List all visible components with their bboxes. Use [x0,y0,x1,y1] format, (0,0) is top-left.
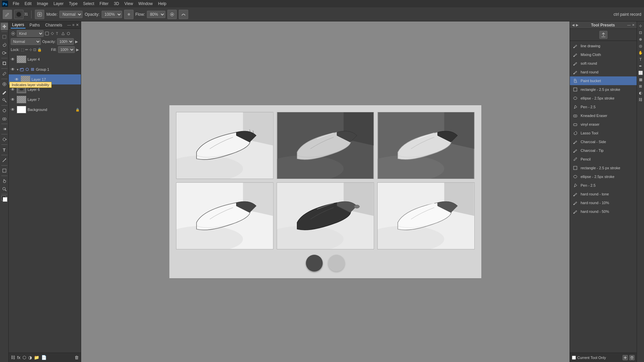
lock-artboard[interactable]: ⊡ [33,48,36,52]
preset-item[interactable]: hard round [570,68,637,76]
flow-select[interactable]: 80% [147,11,165,18]
layer-visibility-toggle[interactable]: 👁 [10,87,15,92]
shape-tool[interactable] [1,167,8,174]
layer-item[interactable]: 👁 Layer 6 [9,84,81,95]
preset-item[interactable]: Lasso Tool [570,129,637,137]
tab-channels[interactable]: Channels [44,22,64,28]
layer-visibility-toggle[interactable]: 👁 [10,67,15,72]
mini-shape-icon[interactable]: ⬜ [638,70,644,76]
menu-edit[interactable]: Edit [22,1,34,7]
preset-item[interactable]: line drawing [570,42,637,50]
preset-item[interactable]: Kneaded Eraser [570,111,637,120]
delete-layer-button[interactable]: 🗑 [74,355,79,360]
menu-window[interactable]: Window [136,1,156,7]
layer-visibility-toggle[interactable]: 👁 [14,77,19,82]
brush-settings-button[interactable] [35,10,44,19]
presets-collapse[interactable]: ◀ [572,23,575,27]
menu-select[interactable]: Select [80,1,97,7]
quick-select-tool[interactable] [1,49,8,57]
brush-tool-button[interactable] [3,10,12,19]
crop-tool[interactable] [1,60,8,67]
adjustment-layer-button[interactable]: ◑ [28,355,32,360]
preset-item[interactable]: vinyl eraser [570,120,637,129]
mini-hand-icon[interactable]: ✋ [638,50,644,56]
menu-help[interactable]: Help [155,1,169,7]
mini-move-icon[interactable]: ⊹ [638,23,644,29]
mini-select-icon[interactable]: ⊡ [638,29,644,36]
tab-layers[interactable]: Layers [11,22,25,28]
lock-all[interactable]: 🔒 [37,48,42,52]
link-layers-button[interactable]: ⛓ [11,355,15,360]
new-group-button[interactable]: 📁 [34,355,39,360]
mini-search-icon[interactable]: ⊕ [638,36,644,42]
zoom-tool[interactable] [1,185,8,193]
menu-3d[interactable]: 3D [111,1,121,7]
healing-tool[interactable] [1,80,8,88]
kind-select[interactable]: Kind [17,30,44,37]
presets-icon-button[interactable] [599,31,607,39]
marquee-tool[interactable] [1,33,8,41]
smoothing-button[interactable] [179,10,188,19]
menu-filter[interactable]: Filter [97,1,111,7]
menu-image[interactable]: Image [34,1,51,7]
opacity-toggle[interactable]: ⊕ [124,10,133,19]
preset-item[interactable]: Pencil [570,155,637,164]
mini-zoom-icon[interactable]: ◎ [638,43,644,49]
hand-tool[interactable] [1,177,8,185]
preset-item[interactable]: Pen - 2.5 [570,181,637,190]
group-expand[interactable]: ▾ [17,68,18,71]
panel-minimize[interactable]: — [67,23,71,27]
layer-item[interactable]: 👁 Layer 4 [9,54,81,64]
presets-create-button[interactable] [623,355,628,360]
layer-visibility-toggle[interactable]: 👁 [10,107,15,112]
opacity-select[interactable]: 100% [57,38,74,45]
layer-item[interactable]: 👁 Background 🔒 [9,105,81,115]
mini-pen-icon[interactable]: ✒ [638,63,644,69]
presets-close[interactable]: ✕ [632,23,635,27]
new-layer-button[interactable]: 📄 [41,355,47,360]
eraser-tool[interactable] [1,115,8,122]
preset-item[interactable]: ellipse - 2.5px stroke [570,94,637,103]
preset-item[interactable]: hard round - 50% [570,207,637,216]
preset-item[interactable]: Charcoal - Tip [570,146,637,155]
mini-adjust-icon[interactable]: ◐ [638,90,644,96]
layer-item[interactable]: 👁 Layer 17 Indicates layer visibility [9,74,81,84]
history-brush-tool[interactable] [1,107,8,114]
layer-mask-button[interactable]: ⬡ [22,355,26,360]
mode-select[interactable]: Normal [59,11,83,18]
layer-item[interactable]: 👁 Layer 7 [9,95,81,105]
tab-paths[interactable]: Paths [28,22,41,28]
preset-item[interactable]: soft round [570,59,637,68]
pen-tool[interactable] [1,136,8,143]
layer-visibility-toggle[interactable]: 👁 [10,97,15,102]
opacity-arrow[interactable]: ▶ [75,40,78,44]
lock-transparent[interactable]: ⬚ [21,48,24,52]
mini-gradient-icon[interactable]: ▦ [638,76,644,82]
layer-visibility-toggle[interactable]: 👁 [10,57,15,62]
preset-item[interactable]: rectangle - 2.5 px stroke [570,85,637,94]
preset-item[interactable]: ellipse - 2.5px stroke [570,172,637,181]
panel-close[interactable]: ✕ [76,23,79,27]
current-tool-only-input[interactable] [572,356,576,360]
menu-layer[interactable]: Layer [51,1,66,7]
airbrush-button[interactable] [167,10,177,19]
opacity-select[interactable]: 100% [102,11,122,18]
gradient-tool[interactable] [1,125,8,133]
panel-menu[interactable]: ≡ [72,23,74,27]
clone-tool[interactable] [1,97,8,104]
layer-style-button[interactable]: fx [17,355,20,360]
preset-item[interactable]: hard round - tone [570,190,637,198]
path-select-tool[interactable] [1,157,8,164]
preset-item[interactable]: hard round - 10% [570,198,637,207]
blend-mode-select[interactable]: Normal [11,38,41,45]
menu-type[interactable]: Type [66,1,80,7]
move-tool[interactable] [1,23,8,30]
lock-position[interactable]: ⊹ [29,48,32,52]
brush-tool[interactable] [1,88,8,96]
menu-view[interactable]: View [122,1,136,7]
fill-arrow[interactable]: ▶ [76,48,79,52]
preset-item[interactable]: Paint bucket [570,76,637,85]
preset-item[interactable]: Mixing Cloth [570,50,637,59]
preset-item[interactable]: Pen - 2.5 [570,103,637,111]
layer-item[interactable]: 👁 ▾ Group 1 [9,64,81,74]
